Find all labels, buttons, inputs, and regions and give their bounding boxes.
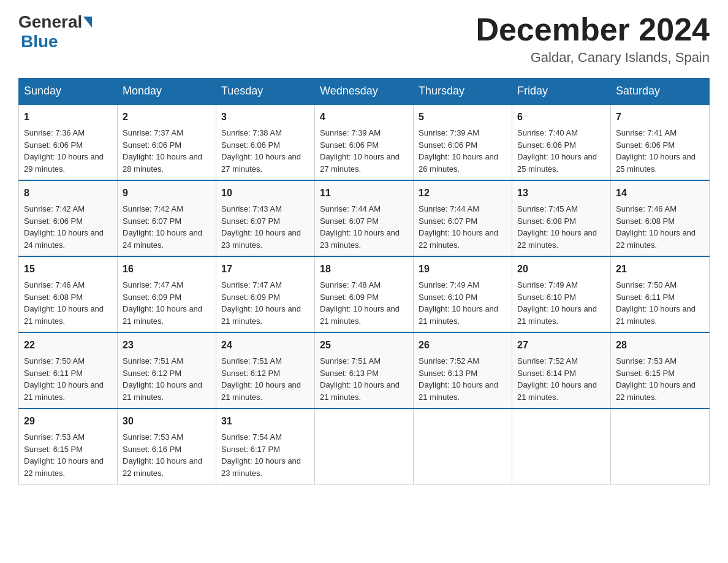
day-number: 4 xyxy=(320,110,408,124)
calendar-cell: 10 Sunrise: 7:43 AMSunset: 6:07 PMDaylig… xyxy=(216,180,315,256)
day-info: Sunrise: 7:41 AMSunset: 6:06 PMDaylight:… xyxy=(616,128,696,174)
logo-general: General xyxy=(18,12,82,32)
calendar-cell: 23 Sunrise: 7:51 AMSunset: 6:12 PMDaylig… xyxy=(118,332,216,408)
header-thursday: Thursday xyxy=(414,79,512,105)
day-info: Sunrise: 7:47 AMSunset: 6:09 PMDaylight:… xyxy=(221,280,301,326)
day-info: Sunrise: 7:49 AMSunset: 6:10 PMDaylight:… xyxy=(419,280,498,326)
calendar-cell: 24 Sunrise: 7:51 AMSunset: 6:12 PMDaylig… xyxy=(216,332,315,408)
day-number: 19 xyxy=(419,262,507,277)
day-number: 7 xyxy=(616,110,704,124)
calendar-cell: 7 Sunrise: 7:41 AMSunset: 6:06 PMDayligh… xyxy=(611,104,710,180)
calendar-cell: 17 Sunrise: 7:47 AMSunset: 6:09 PMDaylig… xyxy=(216,256,315,332)
calendar-cell: 29 Sunrise: 7:53 AMSunset: 6:15 PMDaylig… xyxy=(19,408,118,484)
day-number: 27 xyxy=(517,338,605,353)
logo-blue: Blue xyxy=(21,32,58,51)
calendar-cell: 20 Sunrise: 7:49 AMSunset: 6:10 PMDaylig… xyxy=(512,256,611,332)
calendar-cell: 15 Sunrise: 7:46 AMSunset: 6:08 PMDaylig… xyxy=(19,256,118,332)
calendar-cell: 12 Sunrise: 7:44 AMSunset: 6:07 PMDaylig… xyxy=(414,180,512,256)
header-wednesday: Wednesday xyxy=(315,79,414,105)
calendar-cell: 19 Sunrise: 7:49 AMSunset: 6:10 PMDaylig… xyxy=(414,256,512,332)
calendar-cell: 14 Sunrise: 7:46 AMSunset: 6:08 PMDaylig… xyxy=(611,180,710,256)
day-info: Sunrise: 7:51 AMSunset: 6:12 PMDaylight:… xyxy=(123,356,202,402)
week-row-1: 1 Sunrise: 7:36 AMSunset: 6:06 PMDayligh… xyxy=(19,104,710,180)
logo: General Blue xyxy=(18,12,93,52)
day-number: 2 xyxy=(123,110,211,124)
day-number: 26 xyxy=(419,338,507,353)
day-info: Sunrise: 7:53 AMSunset: 6:15 PMDaylight:… xyxy=(616,356,696,402)
calendar-cell: 6 Sunrise: 7:40 AMSunset: 6:06 PMDayligh… xyxy=(512,104,611,180)
calendar-cell xyxy=(611,408,710,484)
day-number: 23 xyxy=(123,338,211,353)
day-number: 20 xyxy=(517,262,605,277)
calendar-cell: 25 Sunrise: 7:51 AMSunset: 6:13 PMDaylig… xyxy=(315,332,414,408)
week-row-5: 29 Sunrise: 7:53 AMSunset: 6:15 PMDaylig… xyxy=(19,408,710,484)
calendar-cell: 27 Sunrise: 7:52 AMSunset: 6:14 PMDaylig… xyxy=(512,332,611,408)
day-number: 21 xyxy=(616,262,704,277)
day-info: Sunrise: 7:53 AMSunset: 6:16 PMDaylight:… xyxy=(123,432,202,478)
calendar-cell: 22 Sunrise: 7:50 AMSunset: 6:11 PMDaylig… xyxy=(19,332,118,408)
day-info: Sunrise: 7:38 AMSunset: 6:06 PMDaylight:… xyxy=(221,128,301,174)
calendar-cell: 3 Sunrise: 7:38 AMSunset: 6:06 PMDayligh… xyxy=(216,104,315,180)
day-info: Sunrise: 7:46 AMSunset: 6:08 PMDaylight:… xyxy=(616,204,696,250)
day-info: Sunrise: 7:48 AMSunset: 6:09 PMDaylight:… xyxy=(320,280,400,326)
day-number: 13 xyxy=(517,186,605,201)
day-number: 5 xyxy=(419,110,507,124)
calendar-cell: 11 Sunrise: 7:44 AMSunset: 6:07 PMDaylig… xyxy=(315,180,414,256)
logo-arrow-icon xyxy=(83,17,92,28)
day-number: 11 xyxy=(320,186,408,201)
day-info: Sunrise: 7:51 AMSunset: 6:12 PMDaylight:… xyxy=(221,356,301,402)
calendar-cell: 28 Sunrise: 7:53 AMSunset: 6:15 PMDaylig… xyxy=(611,332,710,408)
calendar-cell xyxy=(414,408,512,484)
header-row: SundayMondayTuesdayWednesdayThursdayFrid… xyxy=(19,79,710,105)
calendar-cell: 18 Sunrise: 7:48 AMSunset: 6:09 PMDaylig… xyxy=(315,256,414,332)
day-number: 29 xyxy=(24,414,112,429)
calendar-cell: 4 Sunrise: 7:39 AMSunset: 6:06 PMDayligh… xyxy=(315,104,414,180)
week-row-2: 8 Sunrise: 7:42 AMSunset: 6:06 PMDayligh… xyxy=(19,180,710,256)
calendar-table: SundayMondayTuesdayWednesdayThursdayFrid… xyxy=(18,78,710,484)
day-number: 9 xyxy=(123,186,211,201)
day-info: Sunrise: 7:46 AMSunset: 6:08 PMDaylight:… xyxy=(24,280,104,326)
day-info: Sunrise: 7:39 AMSunset: 6:06 PMDaylight:… xyxy=(320,128,400,174)
day-number: 1 xyxy=(24,110,112,124)
day-number: 14 xyxy=(616,186,704,201)
calendar-cell: 8 Sunrise: 7:42 AMSunset: 6:06 PMDayligh… xyxy=(19,180,118,256)
calendar-cell: 21 Sunrise: 7:50 AMSunset: 6:11 PMDaylig… xyxy=(611,256,710,332)
week-row-3: 15 Sunrise: 7:46 AMSunset: 6:08 PMDaylig… xyxy=(19,256,710,332)
calendar-cell xyxy=(512,408,611,484)
calendar-cell: 13 Sunrise: 7:45 AMSunset: 6:08 PMDaylig… xyxy=(512,180,611,256)
day-number: 16 xyxy=(123,262,211,277)
day-info: Sunrise: 7:52 AMSunset: 6:14 PMDaylight:… xyxy=(517,356,597,402)
day-info: Sunrise: 7:53 AMSunset: 6:15 PMDaylight:… xyxy=(24,432,104,478)
day-number: 8 xyxy=(24,186,112,201)
calendar-cell: 31 Sunrise: 7:54 AMSunset: 6:17 PMDaylig… xyxy=(216,408,315,484)
header-monday: Monday xyxy=(118,79,216,105)
title-area: December 2024 Galdar, Canary Islands, Sp… xyxy=(476,12,710,66)
location: Galdar, Canary Islands, Spain xyxy=(476,50,710,66)
calendar-cell: 5 Sunrise: 7:39 AMSunset: 6:06 PMDayligh… xyxy=(414,104,512,180)
calendar-cell: 30 Sunrise: 7:53 AMSunset: 6:16 PMDaylig… xyxy=(118,408,216,484)
day-info: Sunrise: 7:52 AMSunset: 6:13 PMDaylight:… xyxy=(419,356,498,402)
calendar-cell xyxy=(315,408,414,484)
day-number: 28 xyxy=(616,338,704,353)
header-friday: Friday xyxy=(512,79,611,105)
day-info: Sunrise: 7:40 AMSunset: 6:06 PMDaylight:… xyxy=(517,128,597,174)
day-info: Sunrise: 7:44 AMSunset: 6:07 PMDaylight:… xyxy=(320,204,400,250)
day-info: Sunrise: 7:51 AMSunset: 6:13 PMDaylight:… xyxy=(320,356,400,402)
header-tuesday: Tuesday xyxy=(216,79,315,105)
calendar-cell: 9 Sunrise: 7:42 AMSunset: 6:07 PMDayligh… xyxy=(118,180,216,256)
day-info: Sunrise: 7:39 AMSunset: 6:06 PMDaylight:… xyxy=(419,128,498,174)
day-number: 18 xyxy=(320,262,408,277)
day-number: 31 xyxy=(221,414,309,429)
logo-text: General xyxy=(18,12,93,32)
day-info: Sunrise: 7:36 AMSunset: 6:06 PMDaylight:… xyxy=(24,128,104,174)
day-info: Sunrise: 7:45 AMSunset: 6:08 PMDaylight:… xyxy=(517,204,597,250)
month-title: December 2024 xyxy=(476,12,710,47)
day-info: Sunrise: 7:49 AMSunset: 6:10 PMDaylight:… xyxy=(517,280,597,326)
day-info: Sunrise: 7:50 AMSunset: 6:11 PMDaylight:… xyxy=(24,356,104,402)
header-saturday: Saturday xyxy=(611,79,710,105)
day-number: 24 xyxy=(221,338,309,353)
day-info: Sunrise: 7:50 AMSunset: 6:11 PMDaylight:… xyxy=(616,280,696,326)
day-number: 12 xyxy=(419,186,507,201)
day-info: Sunrise: 7:43 AMSunset: 6:07 PMDaylight:… xyxy=(221,204,301,250)
calendar-cell: 1 Sunrise: 7:36 AMSunset: 6:06 PMDayligh… xyxy=(19,104,118,180)
